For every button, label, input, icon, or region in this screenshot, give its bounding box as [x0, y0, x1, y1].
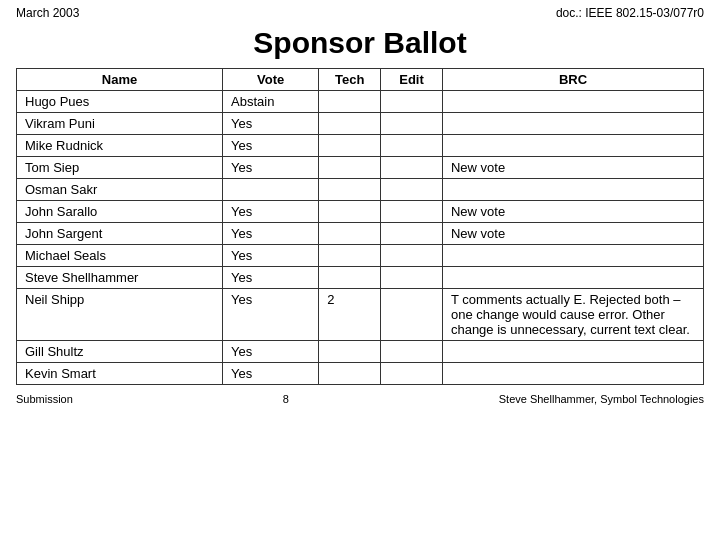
table-row: Steve ShellhammerYes	[17, 267, 704, 289]
cell-tech	[319, 363, 381, 385]
cell-brc	[442, 179, 703, 201]
cell-edit	[381, 113, 443, 135]
header-right: doc.: IEEE 802.15-03/077r0	[556, 6, 704, 20]
cell-brc	[442, 363, 703, 385]
cell-brc	[442, 245, 703, 267]
cell-tech	[319, 223, 381, 245]
table-row: Mike RudnickYes	[17, 135, 704, 157]
table-row: Kevin SmartYes	[17, 363, 704, 385]
col-header-name: Name	[17, 69, 223, 91]
main-table-wrapper: Name Vote Tech Edit BRC Hugo PuesAbstain…	[0, 68, 720, 385]
cell-vote: Yes	[223, 341, 319, 363]
cell-tech	[319, 201, 381, 223]
cell-tech	[319, 113, 381, 135]
cell-brc: New vote	[442, 223, 703, 245]
cell-edit	[381, 179, 443, 201]
cell-name: Neil Shipp	[17, 289, 223, 341]
col-header-edit: Edit	[381, 69, 443, 91]
table-row: Neil ShippYes2T comments actually E. Rej…	[17, 289, 704, 341]
cell-vote: Yes	[223, 363, 319, 385]
cell-name: Vikram Puni	[17, 113, 223, 135]
cell-vote: Yes	[223, 157, 319, 179]
table-row: Vikram PuniYes	[17, 113, 704, 135]
header-left: March 2003	[16, 6, 79, 20]
cell-tech	[319, 135, 381, 157]
col-header-brc: BRC	[442, 69, 703, 91]
cell-name: Osman Sakr	[17, 179, 223, 201]
cell-brc: New vote	[442, 201, 703, 223]
cell-tech	[319, 267, 381, 289]
cell-name: Kevin Smart	[17, 363, 223, 385]
cell-edit	[381, 135, 443, 157]
col-header-vote: Vote	[223, 69, 319, 91]
cell-name: Gill Shultz	[17, 341, 223, 363]
table-row: Hugo PuesAbstain	[17, 91, 704, 113]
table-row: John SaralloYesNew vote	[17, 201, 704, 223]
footer: Submission 8 Steve Shellhammer, Symbol T…	[0, 389, 720, 409]
cell-edit	[381, 201, 443, 223]
cell-edit	[381, 267, 443, 289]
cell-tech: 2	[319, 289, 381, 341]
cell-brc: New vote	[442, 157, 703, 179]
cell-name: Hugo Pues	[17, 91, 223, 113]
cell-edit	[381, 289, 443, 341]
cell-edit	[381, 157, 443, 179]
sponsor-ballot-table: Name Vote Tech Edit BRC Hugo PuesAbstain…	[16, 68, 704, 385]
table-row: Tom SiepYesNew vote	[17, 157, 704, 179]
footer-left: Submission	[16, 393, 73, 405]
footer-right: Steve Shellhammer, Symbol Technologies	[499, 393, 704, 405]
page-title: Sponsor Ballot	[0, 26, 720, 60]
cell-vote: Yes	[223, 223, 319, 245]
cell-vote: Abstain	[223, 91, 319, 113]
cell-edit	[381, 223, 443, 245]
cell-vote: Yes	[223, 201, 319, 223]
table-row: Gill ShultzYes	[17, 341, 704, 363]
cell-name: Tom Siep	[17, 157, 223, 179]
cell-tech	[319, 91, 381, 113]
table-header-row: Name Vote Tech Edit BRC	[17, 69, 704, 91]
cell-brc	[442, 341, 703, 363]
cell-name: John Sargent	[17, 223, 223, 245]
cell-vote: Yes	[223, 113, 319, 135]
cell-vote: Yes	[223, 245, 319, 267]
cell-edit	[381, 245, 443, 267]
cell-tech	[319, 245, 381, 267]
table-row: Osman Sakr	[17, 179, 704, 201]
cell-edit	[381, 91, 443, 113]
cell-brc	[442, 135, 703, 157]
cell-name: Mike Rudnick	[17, 135, 223, 157]
cell-vote	[223, 179, 319, 201]
cell-vote: Yes	[223, 267, 319, 289]
cell-tech	[319, 179, 381, 201]
cell-tech	[319, 341, 381, 363]
cell-name: John Sarallo	[17, 201, 223, 223]
footer-center: 8	[283, 393, 289, 405]
table-row: John SargentYesNew vote	[17, 223, 704, 245]
table-row: Michael SealsYes	[17, 245, 704, 267]
cell-vote: Yes	[223, 135, 319, 157]
cell-edit	[381, 363, 443, 385]
cell-brc	[442, 91, 703, 113]
cell-vote: Yes	[223, 289, 319, 341]
cell-brc: T comments actually E. Rejected both – o…	[442, 289, 703, 341]
cell-edit	[381, 341, 443, 363]
cell-name: Michael Seals	[17, 245, 223, 267]
cell-tech	[319, 157, 381, 179]
col-header-tech: Tech	[319, 69, 381, 91]
cell-brc	[442, 267, 703, 289]
cell-name: Steve Shellhammer	[17, 267, 223, 289]
cell-brc	[442, 113, 703, 135]
